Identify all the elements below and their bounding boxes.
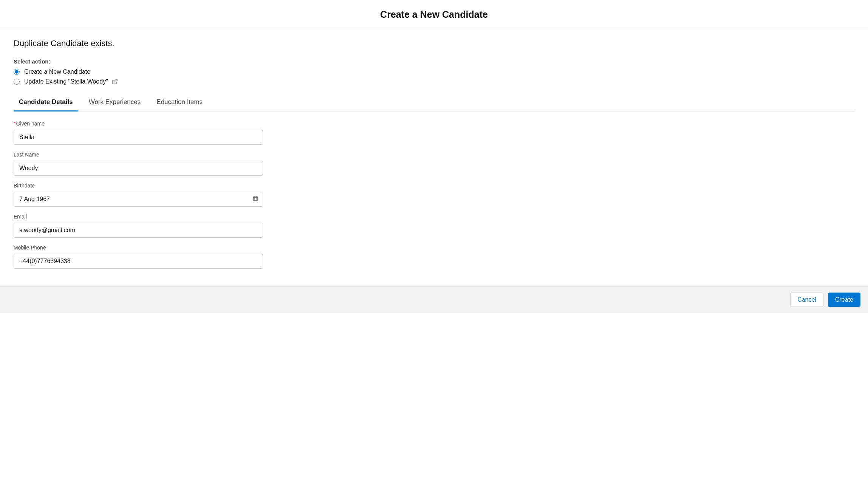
field-mobile-phone: Mobile Phone bbox=[14, 245, 854, 269]
given-name-label-text: Given name bbox=[16, 121, 44, 127]
svg-rect-4 bbox=[257, 196, 257, 197]
cancel-button[interactable]: Cancel bbox=[790, 293, 823, 307]
email-label: Email bbox=[14, 214, 854, 220]
mobile-phone-input[interactable] bbox=[14, 254, 263, 269]
tab-work-experiences[interactable]: Work Experiences bbox=[84, 94, 146, 112]
duplicate-warning: Duplicate Candidate exists. bbox=[14, 39, 854, 48]
required-asterisk: * bbox=[14, 121, 15, 127]
svg-rect-2 bbox=[253, 197, 258, 198]
last-name-label: Last Name bbox=[14, 152, 854, 158]
given-name-input[interactable] bbox=[14, 130, 263, 145]
svg-rect-7 bbox=[257, 198, 257, 199]
modal-body: Duplicate Candidate exists. Select actio… bbox=[0, 28, 868, 286]
email-input[interactable] bbox=[14, 223, 263, 238]
radio-create-new-label[interactable]: Create a New Candidate bbox=[24, 68, 90, 75]
modal-header: Create a New Candidate bbox=[0, 0, 868, 28]
svg-rect-10 bbox=[257, 199, 257, 200]
birthdate-input-wrapper bbox=[14, 192, 263, 207]
field-last-name: Last Name bbox=[14, 152, 854, 176]
radio-option-update-existing[interactable]: Update Existing "Stella Woody" bbox=[14, 78, 854, 85]
tab-candidate-details[interactable]: Candidate Details bbox=[14, 94, 78, 112]
svg-rect-1 bbox=[253, 197, 258, 201]
mobile-phone-label: Mobile Phone bbox=[14, 245, 854, 251]
svg-rect-6 bbox=[255, 198, 256, 199]
svg-rect-3 bbox=[254, 196, 254, 197]
birthdate-input[interactable] bbox=[14, 192, 263, 207]
svg-rect-9 bbox=[255, 199, 256, 200]
svg-rect-5 bbox=[254, 198, 254, 199]
svg-line-0 bbox=[114, 79, 117, 82]
last-name-input[interactable] bbox=[14, 161, 263, 176]
radio-update-existing[interactable] bbox=[14, 79, 20, 85]
birthdate-label: Birthdate bbox=[14, 183, 854, 189]
modal-title: Create a New Candidate bbox=[0, 9, 868, 20]
radio-option-create-new[interactable]: Create a New Candidate bbox=[14, 68, 854, 75]
select-action-label: Select action: bbox=[14, 58, 854, 65]
calendar-icon[interactable] bbox=[252, 195, 258, 203]
external-link-icon[interactable] bbox=[112, 79, 118, 85]
tabs: Candidate Details Work Experiences Educa… bbox=[14, 93, 854, 112]
field-email: Email bbox=[14, 214, 854, 238]
radio-create-new[interactable] bbox=[14, 69, 20, 75]
svg-rect-8 bbox=[254, 199, 254, 200]
field-birthdate: Birthdate bbox=[14, 183, 854, 207]
field-given-name: *Given name bbox=[14, 121, 854, 145]
create-button[interactable]: Create bbox=[828, 293, 860, 307]
radio-update-existing-label[interactable]: Update Existing "Stella Woody" bbox=[24, 78, 108, 85]
modal-footer: Cancel Create bbox=[0, 286, 868, 313]
given-name-label: *Given name bbox=[14, 121, 854, 127]
action-radio-group: Create a New Candidate Update Existing "… bbox=[14, 68, 854, 85]
tab-education-items[interactable]: Education Items bbox=[151, 94, 208, 112]
